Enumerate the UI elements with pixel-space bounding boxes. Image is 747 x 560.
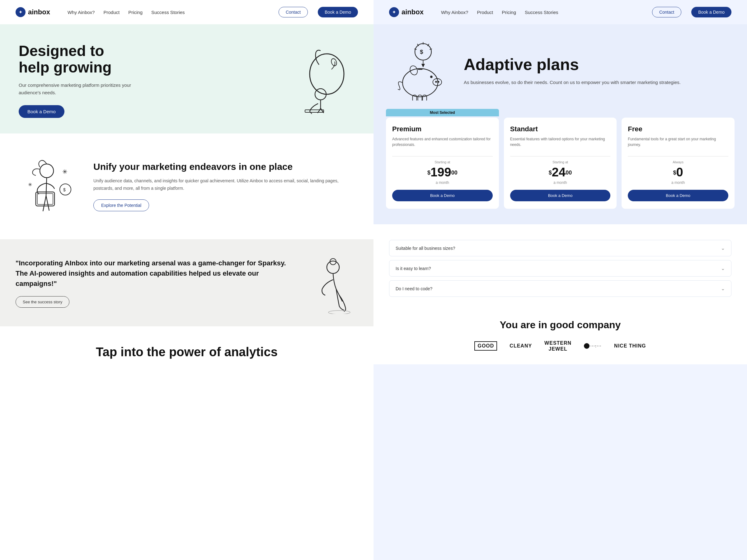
svg-rect-33 [423, 95, 427, 101]
hero-person-svg [292, 46, 355, 114]
right-nav-demo-button[interactable]: Book a Demo [691, 7, 731, 18]
hero-title: Designed to help growing [19, 43, 137, 76]
svg-point-4 [330, 58, 337, 66]
right-contact-button[interactable]: Contact [652, 7, 681, 18]
right-panel: ✦ ainbox Why Ainbox? Product Pricing Suc… [374, 0, 747, 560]
good-company-section: You are in good company GOOD CLEANY WEST… [374, 310, 747, 364]
analytics-title: Tap into the power of analytics [16, 345, 358, 359]
faq-item-1[interactable]: Suitable for all business sizes? ⌄ [389, 240, 731, 256]
left-contact-button[interactable]: Contact [279, 7, 308, 18]
faq-question-1: Suitable for all business sizes? [395, 246, 455, 251]
free-plan-name: Free [628, 125, 728, 133]
faq-chevron-1: ⌄ [721, 245, 725, 251]
right-nav-link-success[interactable]: Success Stories [525, 10, 558, 15]
pricing-pig-svg: $ [394, 42, 447, 101]
right-nav-link-pricing[interactable]: Pricing [502, 10, 516, 15]
left-logo[interactable]: ✦ ainbox [16, 7, 50, 17]
standart-book-button[interactable]: Book a Demo [510, 190, 611, 201]
hero-demo-button[interactable]: Book a Demo [19, 105, 65, 118]
nav-link-why[interactable]: Why Ainbox? [68, 10, 95, 15]
free-currency: $ [673, 169, 676, 176]
svg-point-12 [327, 261, 339, 273]
svg-point-29 [409, 65, 419, 76]
unify-title: Unify your marketing endeavors in one pl… [93, 161, 358, 172]
faq-question-2: Is it easy to learn? [395, 266, 431, 271]
svg-rect-32 [418, 95, 422, 101]
standart-starting-at: Starting at [510, 160, 611, 164]
testimonial-illustration [308, 258, 358, 308]
faq-chevron-2: ⌄ [721, 265, 725, 271]
nav-link-product[interactable]: Product [103, 10, 120, 15]
svg-rect-2 [305, 110, 324, 112]
unify-content: Unify your marketing endeavors in one pl… [93, 161, 358, 212]
unify-text: Unify audience data, channels, and insig… [93, 177, 358, 192]
pricing-title: Adaptive plans [464, 56, 728, 74]
premium-amount: 199 [431, 165, 451, 179]
most-selected-badge: Most Selected [386, 109, 499, 116]
svg-text:✳: ✳ [28, 182, 32, 187]
premium-plan-desc: Advanced features and enhanced customiza… [392, 136, 493, 151]
testimonial-person-svg [308, 258, 358, 314]
hero-illustration [289, 46, 358, 114]
free-amount: 0 [676, 165, 683, 179]
left-nav-links: Why Ainbox? Product Pricing Success Stor… [68, 10, 268, 15]
standart-divider [510, 156, 611, 157]
pricing-cards-section: Most Selected Premium Advanced features … [374, 117, 747, 224]
standart-amount: 24 [552, 165, 566, 179]
premium-divider [392, 156, 493, 157]
svg-rect-30 [418, 69, 422, 70]
right-nav-link-product[interactable]: Product [477, 10, 493, 15]
premium-plan-name: Premium [392, 125, 493, 133]
good-company-title: You are in good company [389, 319, 731, 331]
standart-card: Standart Essential features with tailore… [504, 117, 617, 209]
pricing-illustration: $ [392, 43, 448, 99]
nav-link-pricing[interactable]: Pricing [128, 10, 143, 15]
pricing-hero-section: $ [374, 24, 747, 117]
hero-section: Designed to help growing Our comprehensi… [0, 24, 374, 133]
nav-link-success-stories[interactable]: Success Stories [151, 10, 185, 15]
svg-line-20 [430, 49, 432, 50]
svg-point-28 [430, 76, 433, 78]
company-logos: GOOD CLEANY WESTERNJEWEL ···:··· NICE TH… [389, 340, 731, 352]
hero-subtitle: Our comprehensive marketing platform pri… [19, 81, 137, 97]
left-nav-demo-button[interactable]: Book a Demo [318, 7, 358, 18]
faq-section: Suitable for all business sizes? ⌄ Is it… [374, 224, 747, 310]
standart-plan-desc: Essential features with tailored options… [510, 136, 611, 151]
right-navbar: ✦ ainbox Why Ainbox? Product Pricing Suc… [374, 0, 747, 24]
free-divider [628, 156, 728, 157]
premium-card: Most Selected Premium Advanced features … [386, 117, 499, 209]
free-per-month: a month [628, 181, 728, 185]
unify-person-svg: ✳ ✳ $ [19, 155, 75, 217]
pricing-cards: Most Selected Premium Advanced features … [386, 117, 735, 209]
svg-point-14 [328, 311, 350, 314]
company-logo-dots: ···:··· [584, 343, 602, 349]
premium-book-button[interactable]: Book a Demo [392, 190, 493, 201]
faq-item-3[interactable]: Do I need to code? ⌄ [389, 280, 731, 297]
free-price: $0 [628, 165, 728, 179]
unify-illustration: ✳ ✳ $ [16, 155, 78, 217]
faq-question-3: Do I need to code? [395, 286, 432, 291]
svg-marker-23 [421, 64, 425, 67]
free-always: Always [628, 160, 728, 164]
svg-text:✳: ✳ [62, 168, 68, 175]
company-logo-cleany: CLEANY [510, 343, 532, 349]
left-navbar: ✦ ainbox Why Ainbox? Product Pricing Suc… [0, 0, 374, 24]
svg-point-0 [310, 54, 344, 94]
svg-point-24 [403, 69, 438, 97]
testimonial-content: "Incorporating AInbox into our marketing… [16, 258, 296, 308]
left-panel: ✦ ainbox Why Ainbox? Product Pricing Suc… [0, 0, 374, 560]
analytics-section: Tap into the power of analytics [0, 326, 374, 395]
right-logo[interactable]: ✦ ainbox [389, 7, 423, 17]
premium-cents: 00 [451, 169, 458, 176]
company-logo-nicething: NICE THING [614, 343, 646, 349]
free-book-button[interactable]: Book a Demo [628, 190, 728, 201]
svg-text:$: $ [63, 187, 66, 192]
see-story-button[interactable]: See the success story [16, 296, 70, 308]
standart-cents: 00 [566, 169, 572, 176]
explore-potential-button[interactable]: Explore the Potential [93, 199, 149, 211]
free-plan-desc: Fundamental tools for a great start on y… [628, 136, 728, 151]
faq-item-2[interactable]: Is it easy to learn? ⌄ [389, 260, 731, 276]
right-nav-link-why[interactable]: Why Ainbox? [441, 10, 468, 15]
premium-price: $19900 [392, 165, 493, 179]
right-nav-links: Why Ainbox? Product Pricing Success Stor… [441, 10, 642, 15]
